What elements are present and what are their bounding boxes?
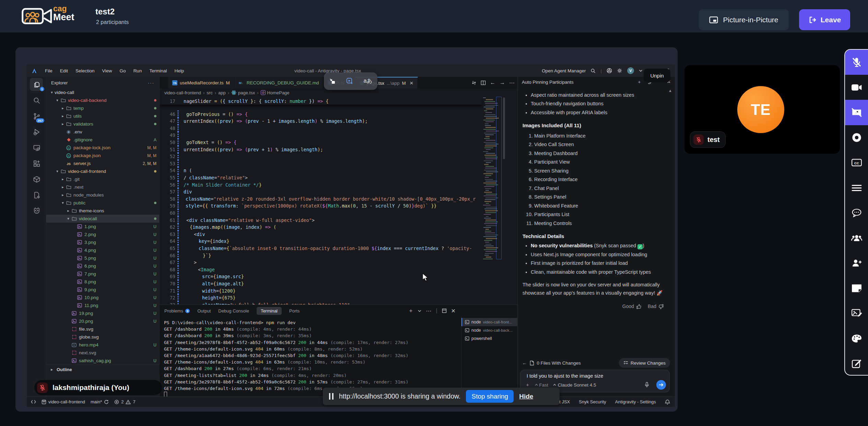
tree-item-utils[interactable]: ▸utils bbox=[46, 112, 159, 120]
activity-husky[interactable] bbox=[27, 203, 46, 219]
tree-item-video-call-backend[interactable]: ▾video-call-backend bbox=[46, 96, 159, 104]
compare-changes-icon[interactable] bbox=[471, 80, 477, 85]
explorer-more-icon[interactable]: ··· bbox=[148, 80, 154, 85]
tree-item-3.png[interactable]: 3.pngU bbox=[46, 238, 159, 246]
tree-item-temp[interactable]: ▸temp bbox=[46, 104, 159, 112]
breadcrumb-item[interactable]: video-call-frontend bbox=[164, 90, 201, 95]
tree-item-sathish_cag.jpg[interactable]: sathish_cag.jpgU bbox=[46, 357, 159, 365]
stop-sharing-button[interactable]: Stop sharing bbox=[466, 390, 514, 403]
tree-item-20.png[interactable]: 20.pngU bbox=[46, 317, 159, 325]
new-terminal-icon[interactable]: ＋ bbox=[408, 307, 413, 315]
activity-search[interactable] bbox=[27, 93, 46, 108]
menu-terminal[interactable]: Terminal bbox=[145, 68, 171, 73]
agent-scrollbar-up-icon[interactable]: ▲ bbox=[668, 88, 672, 93]
tree-item-.git[interactable]: ▸.git bbox=[46, 175, 159, 183]
tree-item-6.png[interactable]: 6.pngU bbox=[46, 262, 159, 270]
tree-item-.gitignore[interactable]: .gitignoreA bbox=[46, 136, 159, 144]
toolbar-record-button[interactable] bbox=[845, 125, 868, 150]
agent-input-text[interactable]: I told you to ajust to the image size bbox=[527, 373, 603, 379]
menu-run[interactable]: Run bbox=[130, 68, 146, 73]
terminal-more-icon[interactable]: ⋯ bbox=[426, 308, 431, 314]
mic-icon[interactable] bbox=[644, 382, 649, 388]
tree-item-2.png[interactable]: 2.pngU bbox=[46, 230, 159, 238]
activity-explorer[interactable]: 1 bbox=[27, 77, 46, 93]
toolbar-add-person-button[interactable] bbox=[845, 251, 868, 276]
editor-tab-RECORDING_DEBUG_GUIDE.md[interactable]: M↓RECORDING_DEBUG_GUIDE.md bbox=[234, 77, 324, 88]
more-actions-icon[interactable]: ⋯ bbox=[509, 80, 515, 86]
editor-tab-useMediaRecorder.ts[interactable]: TSuseMediaRecorder.tsM bbox=[168, 77, 234, 88]
activity-source-control[interactable]: 257 bbox=[27, 108, 46, 124]
menu-view[interactable]: View bbox=[98, 68, 116, 73]
participant-tile[interactable]: TE test bbox=[684, 65, 840, 154]
branch-status[interactable]: main* bbox=[91, 399, 109, 404]
tree-item-globe.svg[interactable]: globe.svg bbox=[46, 333, 159, 341]
picture-in-picture-button[interactable]: Picture-in-Picture bbox=[699, 9, 789, 30]
tree-item-file.svg[interactable]: file.svg bbox=[46, 325, 159, 333]
menu-selection[interactable]: Selection bbox=[72, 68, 98, 73]
terminal-dropdown-icon[interactable] bbox=[418, 310, 421, 312]
panel-tab-debug-console[interactable]: Debug Console bbox=[218, 308, 249, 313]
minimap[interactable] bbox=[482, 97, 497, 261]
good-button[interactable]: Good bbox=[622, 303, 642, 310]
panel-tab-problems[interactable]: Problems9 bbox=[164, 308, 190, 313]
menu-help[interactable]: Help bbox=[171, 68, 188, 73]
account-avatar[interactable]: V bbox=[627, 67, 634, 74]
send-button[interactable] bbox=[656, 380, 666, 390]
toolbar-camera-button[interactable] bbox=[845, 75, 868, 100]
menu-edit[interactable]: Edit bbox=[56, 68, 72, 73]
tree-item-11.png[interactable]: 11.pngU bbox=[46, 301, 159, 309]
tree-item-validators[interactable]: ▸validators bbox=[46, 120, 159, 128]
tree-item-7.png[interactable]: 7.pngU bbox=[46, 270, 159, 278]
activity-remote-explorer[interactable] bbox=[27, 140, 46, 156]
tree-item-10.png[interactable]: 10.pngU bbox=[46, 294, 159, 301]
split-editor-icon[interactable] bbox=[481, 80, 486, 85]
back-icon[interactable]: ← bbox=[522, 360, 527, 366]
breadcrumb-item[interactable]: page.tsx bbox=[231, 90, 255, 95]
unpin-button[interactable]: Unpin bbox=[644, 69, 670, 82]
model-selector[interactable]: Claude Sonnet 4.5 bbox=[553, 382, 596, 388]
tree-item-9.png[interactable]: 9.pngU bbox=[46, 286, 159, 294]
editor-scrollbar[interactable] bbox=[502, 97, 506, 303]
play-sparkle-icon[interactable] bbox=[346, 78, 353, 85]
activity-settings-sync[interactable] bbox=[27, 187, 46, 203]
review-changes-button[interactable]: Review Changes bbox=[619, 358, 670, 368]
tree-item-videocall[interactable]: ▾videocall bbox=[46, 215, 159, 223]
panel-tab-output[interactable]: Output bbox=[197, 308, 211, 313]
tree-item-5.png[interactable]: 5.pngU bbox=[46, 254, 159, 262]
close-tab-icon[interactable]: ✕ bbox=[410, 80, 413, 86]
breadcrumb-item[interactable]: app bbox=[218, 90, 226, 95]
code-editor[interactable]: 46goToPrevious = () => {47urrentIndex((p… bbox=[160, 97, 517, 305]
activity-run-debug[interactable] bbox=[27, 124, 46, 140]
status-item[interactable]: Antigravity - Settings bbox=[615, 399, 656, 404]
navigate-forward-icon[interactable]: → bbox=[500, 80, 505, 86]
open-agent-manager-button[interactable]: Open Agent Manager bbox=[542, 68, 586, 73]
tree-item-package-lock.json[interactable]: {s}package-lock.jsonM, M bbox=[46, 144, 159, 152]
remote-indicator[interactable] bbox=[31, 400, 36, 404]
toolbar-compose-button[interactable] bbox=[845, 351, 868, 376]
menu-file[interactable]: File bbox=[41, 68, 56, 73]
bad-button[interactable]: Bad bbox=[648, 303, 664, 310]
breadcrumb-item[interactable]: src bbox=[207, 90, 212, 95]
terminal-session-node[interactable]: nodevideo-call-back... bbox=[461, 326, 517, 334]
tree-item-package.json[interactable]: {s}package.jsonM, M bbox=[46, 152, 159, 159]
close-panel-icon[interactable]: ✕ bbox=[451, 308, 456, 314]
toolbar-chat-button[interactable] bbox=[845, 200, 868, 225]
toolbar-mic-off-button[interactable] bbox=[845, 50, 868, 75]
tree-item-node_modules[interactable]: ▸node_modules bbox=[46, 191, 159, 199]
menu-go[interactable]: Go bbox=[116, 68, 130, 73]
tree-item-public[interactable]: ▾public bbox=[46, 199, 159, 207]
maximize-panel-icon[interactable] bbox=[442, 308, 447, 313]
tree-item-.next[interactable]: ▸.next bbox=[46, 183, 159, 191]
chevron-down-icon[interactable] bbox=[639, 69, 643, 72]
tree-item-8.png[interactable]: 8.pngU bbox=[46, 278, 159, 286]
tree-item-4.png[interactable]: 4.pngU bbox=[46, 246, 159, 254]
minimap-slider[interactable] bbox=[496, 97, 502, 259]
tree-item-video-call-frontend[interactable]: ▾video-call-frontend bbox=[46, 167, 159, 175]
tree-item-1.png[interactable]: 1.pngU bbox=[46, 223, 159, 230]
toolbar-captions-button[interactable]: CC bbox=[845, 150, 868, 175]
navigate-back-icon[interactable]: ← bbox=[490, 80, 495, 86]
leave-button[interactable]: Leave bbox=[799, 9, 850, 30]
toolbar-palette-button[interactable] bbox=[845, 326, 868, 351]
bell-icon[interactable] bbox=[665, 399, 670, 405]
tree-item-19.png[interactable]: 19.pngU bbox=[46, 309, 159, 317]
